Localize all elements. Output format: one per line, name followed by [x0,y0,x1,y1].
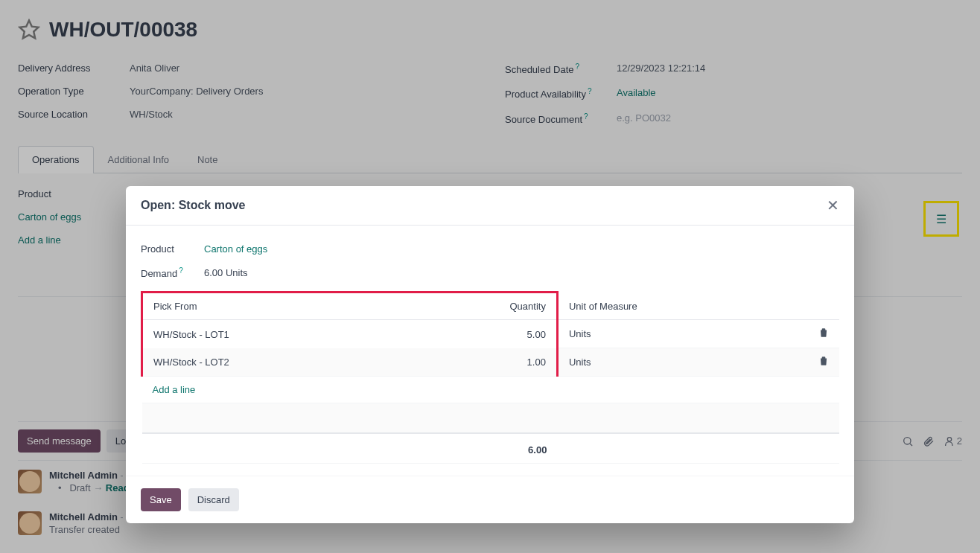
modal-demand-label: Demand? [141,266,204,279]
table-row[interactable]: WH/Stock - LOT2 1.00 Units [142,348,840,377]
help-icon[interactable]: ? [179,266,183,275]
modal-demand-value: 6.00 Units [204,267,248,278]
quantity-header: Quantity [500,293,558,320]
pick-from-header: Pick From [142,293,500,320]
modal-add-line[interactable]: Add a line [142,377,840,403]
modal-product-value[interactable]: Carton of eggs [204,243,267,255]
discard-button[interactable]: Discard [188,488,239,511]
pick-from-cell[interactable]: WH/Stock - LOT1 [142,320,500,348]
close-icon[interactable]: ✕ [827,198,839,213]
stock-move-modal: Open: Stock move ✕ Product Carton of egg… [126,186,854,523]
modal-product-label: Product [141,243,204,255]
modal-title: Open: Stock move [141,199,245,212]
trash-icon[interactable] [818,327,829,338]
save-button[interactable]: Save [141,488,181,511]
pick-from-cell[interactable]: WH/Stock - LOT2 [142,348,500,377]
quantity-cell[interactable]: 1.00 [500,348,558,377]
trash-icon[interactable] [818,356,829,366]
quantity-cell[interactable]: 5.00 [500,320,558,348]
uom-header: Unit of Measure [557,293,808,320]
uom-cell[interactable]: Units [557,348,808,377]
uom-cell[interactable]: Units [557,320,808,348]
total-quantity: 6.00 [500,433,558,464]
table-row[interactable]: WH/Stock - LOT1 5.00 Units [142,320,840,348]
